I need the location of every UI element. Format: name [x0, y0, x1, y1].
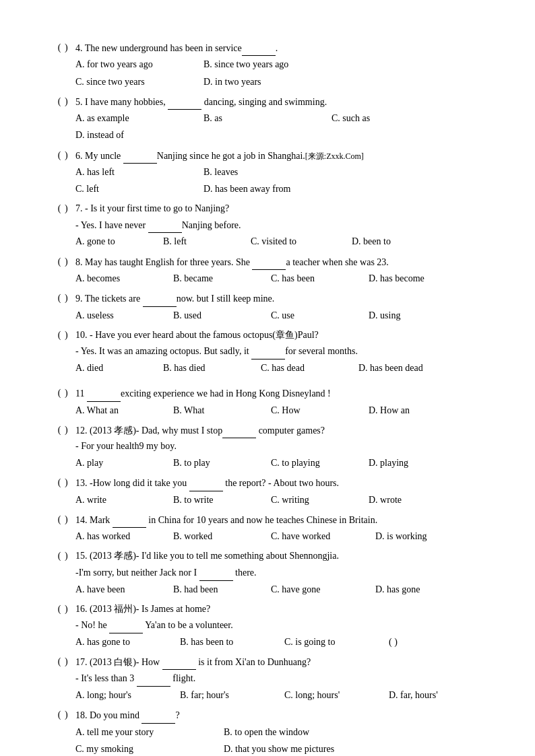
- question-13-line: ( ) 13. -How long did it take you the re…: [54, 475, 488, 491]
- options-11: A. What an B. What C. How D. How an: [75, 402, 488, 419]
- paren-open-16: (: [54, 602, 65, 617]
- question-12-line: ( ) 12. (2013 孝感)- Dad, why must I stop …: [54, 423, 488, 438]
- question-11-text: 11 exciting experience we had in Hong Ko…: [75, 386, 331, 401]
- blank-18: [141, 708, 175, 723]
- question-10-sub: - Yes. It was an amazing octopus. But sa…: [75, 343, 488, 359]
- question-6-line: ( ) 6. My uncle Nanjing since he got a j…: [54, 148, 488, 164]
- question-8-text: 8. May has taught English for three year…: [75, 254, 389, 270]
- option-7d: D. been to: [352, 233, 433, 250]
- option-18a: A. tell me your story: [75, 724, 224, 741]
- options-15: A. have been B. had been C. have gone D.…: [75, 581, 488, 598]
- option-11d: D. How an: [369, 402, 466, 419]
- option-16b: B. has been to: [180, 633, 284, 650]
- question-7-text: 7. - Is it your first time to go to Nanj…: [75, 201, 229, 216]
- blank-10: [251, 343, 285, 359]
- paren-close-12: ): [65, 423, 75, 438]
- question-7-line: ( ) 7. - Is it your first time to go to …: [54, 201, 488, 216]
- option-14b: B. worked: [173, 528, 271, 545]
- options-4-row2: C. since two years D. in two years: [75, 73, 488, 90]
- option-15c: C. have gone: [271, 581, 375, 598]
- option-16d: ( ): [389, 633, 443, 650]
- option-10d: D. has been dead: [358, 359, 456, 376]
- question-9: ( ) 9. The tickets are now. but I still …: [54, 291, 488, 324]
- blank-4: [242, 40, 276, 56]
- option-8c: C. has been: [271, 270, 369, 287]
- options-16: A. has gone to B. has been to C. is goin…: [75, 633, 488, 650]
- option-9b: B. used: [173, 307, 271, 324]
- paren-open-11: (: [54, 386, 65, 401]
- option-15b: B. had been: [173, 581, 271, 598]
- option-12a: A. play: [75, 454, 173, 471]
- paren-open-5: (: [54, 94, 65, 109]
- option-5c: C. such as: [332, 110, 453, 127]
- question-10-line: ( ) 10. - Have you ever heard about the …: [54, 328, 488, 343]
- paren-close-11: ): [65, 386, 75, 401]
- option-5a: A. as example: [75, 110, 197, 127]
- options-4: A. for two years ago B. since two years …: [75, 56, 488, 73]
- question-10-text: 10. - Have you ever heard about the famo…: [75, 328, 319, 343]
- options-13: A. write B. to write C. writing D. wrote: [75, 491, 488, 508]
- paren-open-4: (: [54, 40, 65, 55]
- option-6a: A. has left: [75, 164, 197, 180]
- blank-17b: [137, 670, 170, 687]
- question-5-text: 5. I have many hobbies, dancing, singing…: [75, 94, 327, 110]
- question-7-sub: - Yes. I have never Nanjing before.: [75, 217, 488, 234]
- question-4-line: ( ) 4. The new underground has been in s…: [54, 40, 488, 56]
- paren-open-8: (: [54, 254, 65, 269]
- option-8d: D. has become: [369, 270, 466, 287]
- options-17: A. long; hour's B. far; hour's C. long; …: [75, 687, 488, 703]
- option-14d: D. is working: [375, 528, 473, 545]
- option-10b: B. has died: [163, 359, 261, 376]
- options-18: A. tell me your story B. to open the win…: [75, 724, 488, 741]
- option-4c: C. since two years: [75, 73, 197, 90]
- question-15-line: ( ) 15. (2013 孝感)- I'd like you to tell …: [54, 549, 488, 563]
- options-10: A. died B. has died C. has dead D. has b…: [75, 359, 488, 376]
- options-18-row2: C. my smoking D. that you show me pictur…: [75, 741, 488, 756]
- question-15-sub: -I'm sorry, but neither Jack nor I there…: [75, 564, 488, 581]
- option-11c: C. How: [271, 402, 369, 419]
- question-14-text: 14. Mark in China for 10 years and now h…: [75, 512, 377, 528]
- options-6-row2: C. left D. has been away from: [75, 180, 488, 197]
- option-16a: A. has gone to: [75, 633, 180, 650]
- options-6: A. has left B. leaves: [75, 164, 488, 180]
- option-9d: D. using: [369, 307, 466, 324]
- options-7: A. gone to B. left C. visited to D. been…: [75, 233, 488, 250]
- paren-open-9: (: [54, 291, 65, 306]
- paren-close-14: ): [65, 512, 75, 527]
- paren-open-17: (: [54, 654, 65, 669]
- paren-open-7: (: [54, 201, 65, 216]
- question-9-line: ( ) 9. The tickets are now. but I still …: [54, 291, 488, 306]
- blank-12: [222, 423, 256, 438]
- options-9: A. useless B. used C. use D. using: [75, 307, 488, 324]
- option-17b: B. far; hour's: [180, 687, 284, 703]
- option-15d: D. has gone: [375, 581, 473, 598]
- option-7b: B. left: [163, 233, 251, 250]
- question-18: ( ) 18. Do you mind ? A. tell me your st…: [54, 708, 488, 756]
- question-11-line: ( ) 11 exciting experience we had in Hon…: [54, 386, 488, 401]
- option-17c: C. long; hours': [284, 687, 389, 703]
- option-15a: A. have been: [75, 581, 173, 598]
- question-5-line: ( ) 5. I have many hobbies, dancing, sin…: [54, 94, 488, 110]
- option-13a: A. write: [75, 491, 173, 508]
- option-18d: D. that you show me pictures: [224, 741, 372, 756]
- question-13-text: 13. -How long did it take you the report…: [75, 475, 339, 491]
- blank-8: [252, 254, 286, 270]
- question-17-line: ( ) 17. (2013 白银)- How is it from Xi'an …: [54, 654, 488, 670]
- blank-13: [189, 475, 223, 491]
- options-8: A. becomes B. became C. has been D. has …: [75, 270, 488, 287]
- question-16-text: 16. (2013 福州)- Is James at home?: [75, 602, 210, 617]
- question-11: ( ) 11 exciting experience we had in Hon…: [54, 386, 488, 419]
- blank-5: [168, 94, 201, 110]
- option-7a: A. gone to: [75, 233, 163, 250]
- source-6: [来源:Zxxk.Com]: [305, 151, 364, 161]
- option-13c: C. writing: [271, 491, 369, 508]
- option-18c: C. my smoking: [75, 741, 224, 756]
- option-9a: A. useless: [75, 307, 173, 324]
- question-17-sub: - It's less than 3 flight.: [75, 670, 488, 687]
- paren-open-10: (: [54, 328, 65, 343]
- question-16: ( ) 16. (2013 福州)- Is James at home? - N…: [54, 602, 488, 650]
- option-12c: C. to playing: [271, 454, 369, 471]
- paren-open-6: (: [54, 148, 65, 163]
- paren-close-16: ): [65, 602, 75, 617]
- paren-open-13: (: [54, 475, 65, 490]
